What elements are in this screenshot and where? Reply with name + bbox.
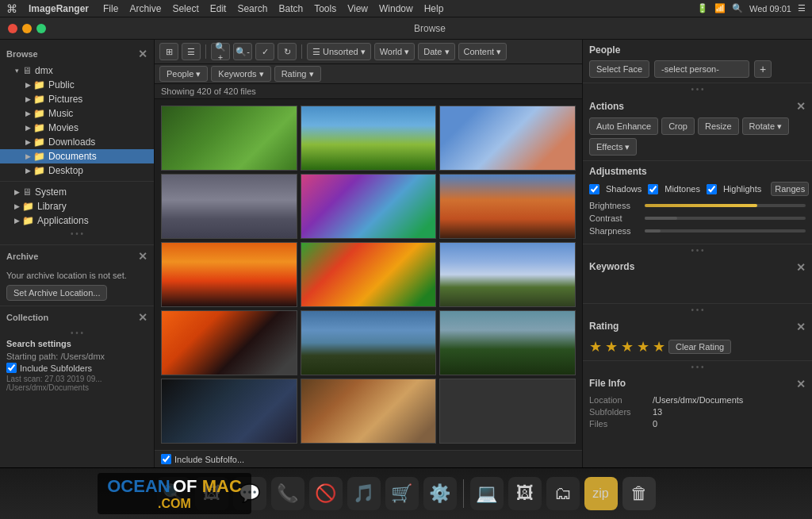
tree-item-library[interactable]: ▶ 📁 Library <box>0 199 154 213</box>
star-4[interactable]: ★ <box>637 338 649 356</box>
tree-item-system[interactable]: ▶ 🖥 System <box>0 185 154 199</box>
menu-search[interactable]: Search <box>232 3 272 14</box>
dock-files[interactable]: 🗂 <box>546 477 580 510</box>
keywords-close[interactable]: ✕ <box>796 261 806 274</box>
dock-messages[interactable]: 💬 <box>233 477 266 510</box>
midtones-checkbox[interactable] <box>648 184 658 194</box>
actions-close[interactable]: ✕ <box>796 100 806 113</box>
search-menu-icon[interactable]: 🔍 <box>732 3 743 13</box>
archive-close[interactable]: ✕ <box>138 250 147 263</box>
image-cell-13[interactable] <box>161 379 297 444</box>
fileinfo-close[interactable]: ✕ <box>796 378 806 390</box>
rotate-button[interactable]: Rotate ▾ <box>742 117 789 135</box>
rating-filter-button[interactable]: Rating ▾ <box>274 66 321 82</box>
keywords-filter-button[interactable]: Keywords ▾ <box>211 66 270 82</box>
grid-view-button[interactable]: ⊞ <box>159 43 178 60</box>
tree-item-public[interactable]: ▶ 📁 Public <box>0 78 154 92</box>
clear-rating-button[interactable]: Clear Rating <box>668 340 731 354</box>
set-archive-location-button[interactable]: Set Archive Location... <box>6 285 107 301</box>
close-button[interactable] <box>8 24 17 33</box>
dock-block[interactable]: 🚫 <box>309 477 343 510</box>
menu-window[interactable]: Window <box>374 3 418 14</box>
ranges-button[interactable]: Ranges <box>771 182 809 196</box>
image-cell-9[interactable] <box>439 242 576 307</box>
world-dropdown[interactable]: World ▾ <box>374 43 416 60</box>
image-cell-8[interactable] <box>301 242 437 307</box>
image-cell-4[interactable] <box>161 174 297 239</box>
sharpness-slider[interactable] <box>645 229 806 233</box>
minimize-button[interactable] <box>22 24 32 33</box>
people-filter-button[interactable]: People ▾ <box>159 66 208 82</box>
shadows-checkbox[interactable] <box>589 184 599 194</box>
image-cell-7[interactable] <box>161 242 297 307</box>
check-button[interactable]: ✓ <box>255 43 274 60</box>
menu-view[interactable]: View <box>343 3 373 14</box>
image-cell-15[interactable] <box>439 379 576 444</box>
menu-batch[interactable]: Batch <box>274 3 308 14</box>
zoom-in-button[interactable]: 🔍+ <box>211 43 230 60</box>
menu-file[interactable]: File <box>98 3 123 14</box>
collection-close[interactable]: ✕ <box>138 311 147 324</box>
effects-button[interactable]: Effects ▾ <box>589 138 637 156</box>
dock-archive[interactable]: zip <box>584 477 618 510</box>
dock-finder[interactable]: 🔍 <box>157 477 190 510</box>
tree-item-music[interactable]: ▶ 📁 Music <box>0 106 154 121</box>
tree-item-applications[interactable]: ▶ 📁 Applications <box>0 213 154 228</box>
star-2[interactable]: ★ <box>605 338 618 356</box>
apple-menu[interactable]: ⌘ <box>6 2 17 15</box>
menu-select[interactable]: Select <box>167 3 203 14</box>
menu-help[interactable]: Help <box>419 3 449 14</box>
dock-facetime[interactable]: 📞 <box>271 477 304 510</box>
app-name-menu-item[interactable]: ImageRanger <box>24 3 94 14</box>
refresh-button[interactable]: ↻ <box>278 43 297 60</box>
crop-button[interactable]: Crop <box>661 117 695 135</box>
maximize-button[interactable] <box>36 24 46 33</box>
dock-trash[interactable]: 🗑 <box>622 477 656 510</box>
menu-edit[interactable]: Edit <box>205 3 232 14</box>
dock-settings[interactable]: ⚙️ <box>423 477 457 510</box>
dock-preview[interactable]: 🖼 <box>508 477 542 510</box>
image-cell-14[interactable] <box>301 379 437 444</box>
brightness-slider[interactable] <box>645 204 806 207</box>
star-3[interactable]: ★ <box>621 338 634 356</box>
contrast-slider[interactable] <box>645 217 806 220</box>
zoom-out-button[interactable]: 🔍- <box>233 43 252 60</box>
menu-extra[interactable]: ☰ <box>798 3 806 13</box>
image-cell-12[interactable] <box>439 310 576 375</box>
rating-close[interactable]: ✕ <box>796 321 806 333</box>
image-cell-5[interactable] <box>301 174 437 239</box>
add-person-button[interactable]: + <box>754 60 772 78</box>
tree-item-movies[interactable]: ▶ 📁 Movies <box>0 121 154 135</box>
dock-music[interactable]: 🎵 <box>347 477 381 510</box>
auto-enhance-button[interactable]: Auto Enhance <box>589 117 658 135</box>
browse-close[interactable]: ✕ <box>138 48 147 60</box>
star-1[interactable]: ★ <box>589 338 602 356</box>
menu-archive[interactable]: Archive <box>124 3 166 14</box>
tree-item-pictures[interactable]: ▶ 📁 Pictures <box>0 92 154 106</box>
include-subfolder-bottom-checkbox[interactable] <box>161 454 171 464</box>
image-cell-1[interactable] <box>161 106 297 171</box>
image-cell-10[interactable] <box>161 310 297 375</box>
content-dropdown[interactable]: Content ▾ <box>458 43 508 60</box>
menu-tools[interactable]: Tools <box>309 3 341 14</box>
tree-item-documents[interactable]: ▶ 📁 Documents <box>0 149 154 163</box>
dock-appstore[interactable]: 🛒 <box>385 477 419 510</box>
select-face-button[interactable]: Select Face <box>589 60 649 78</box>
star-5[interactable]: ★ <box>653 338 665 356</box>
highlights-checkbox[interactable] <box>707 184 717 194</box>
image-cell-11[interactable] <box>301 310 437 375</box>
dock-photos[interactable]: 🖼 <box>195 477 228 510</box>
tree-item-downloads[interactable]: ▶ 📁 Downloads <box>0 135 154 149</box>
list-view-button[interactable]: ☰ <box>182 43 201 60</box>
image-cell-6[interactable] <box>439 174 576 239</box>
tree-item-desktop[interactable]: ▶ 📁 Desktop <box>0 163 154 178</box>
resize-button[interactable]: Resize <box>698 117 739 135</box>
include-subfolders-checkbox[interactable] <box>6 363 17 373</box>
sort-dropdown[interactable]: ☰ Unsorted ▾ <box>307 43 371 60</box>
person-select-input[interactable] <box>654 60 749 78</box>
tree-item-dmx[interactable]: ▾ 🖥 dmx <box>0 63 154 78</box>
date-dropdown[interactable]: Date ▾ <box>418 43 454 60</box>
image-cell-2[interactable] <box>301 106 437 171</box>
dock-terminal[interactable]: 💻 <box>470 477 504 510</box>
image-cell-3[interactable] <box>439 106 576 171</box>
